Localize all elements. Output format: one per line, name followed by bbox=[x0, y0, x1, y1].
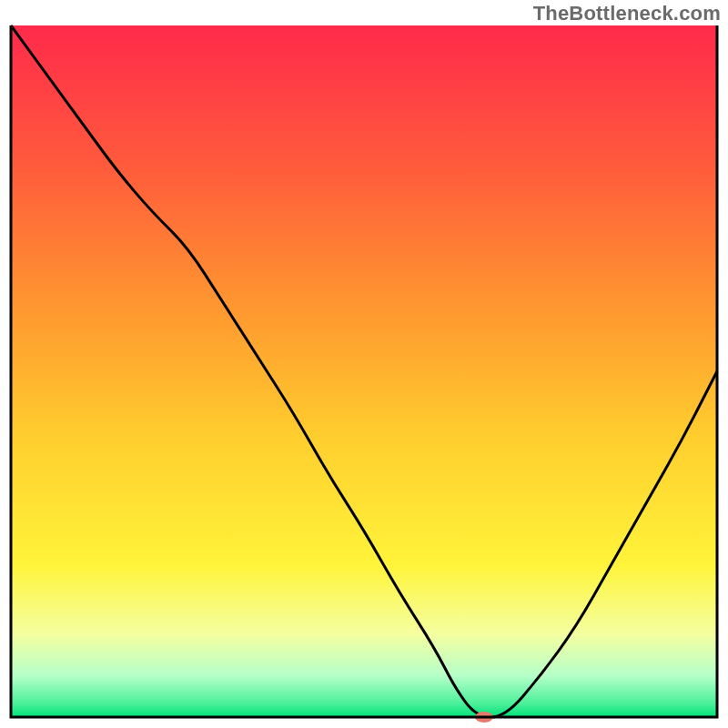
bottleneck-chart bbox=[0, 0, 728, 728]
chart-container: TheBottleneck.com bbox=[0, 0, 728, 728]
watermark-text: TheBottleneck.com bbox=[533, 2, 721, 25]
plot-background bbox=[11, 25, 717, 717]
